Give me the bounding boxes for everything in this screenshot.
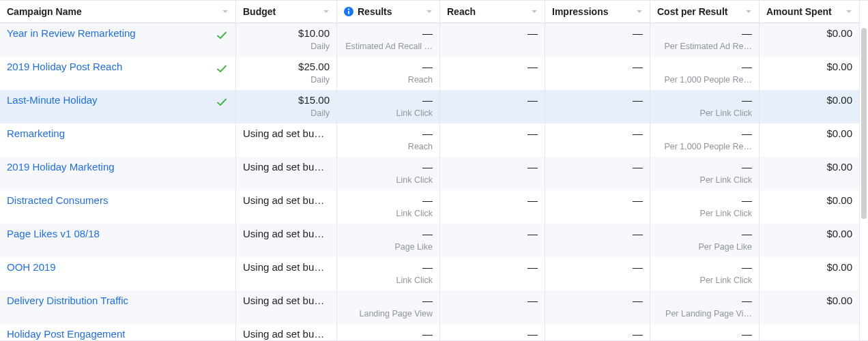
amount-spent-cell: $0.00 [760, 157, 860, 190]
campaign-name-link[interactable]: Last-Minute Holiday [7, 94, 98, 106]
campaign-name-link[interactable]: Remarketing [7, 128, 65, 139]
sort-icon[interactable] [323, 8, 330, 15]
status-check-icon [215, 128, 229, 130]
amount-spent-cell: $0.00 [760, 23, 860, 57]
campaign-name-link[interactable]: Holiday Post Engagement [7, 328, 125, 340]
sort-icon[interactable] [845, 8, 852, 15]
column-header-label: Impressions [552, 6, 608, 17]
amount-spent-value: $0.00 [766, 194, 852, 207]
column-header-reach[interactable]: Reach [440, 1, 545, 23]
vertical-scrollbar[interactable] [861, 28, 867, 219]
table-row[interactable]: OOH 2019 [0, 257, 236, 291]
table-row[interactable]: 2019 Holiday Marketing [0, 157, 236, 190]
impressions-cell: — [545, 23, 650, 57]
amount-spent-cell: $0.00 [760, 190, 860, 224]
reach-cell: — [440, 57, 545, 90]
reach-value: — [447, 261, 538, 273]
campaign-name-link[interactable]: Year in Review Remarketing [7, 27, 136, 39]
campaign-name-link[interactable]: 2019 Holiday Marketing [7, 161, 115, 173]
campaign-name-link[interactable]: OOH 2019 [7, 261, 56, 273]
cpr-subtext: Per Page Like [657, 241, 752, 252]
cpr-value: — [657, 94, 752, 106]
reach-cell: — [440, 224, 545, 257]
column-header-spent[interactable]: Amount Spent [760, 1, 860, 23]
cpr-subtext: Per Link Click [657, 275, 752, 286]
budget-cell: Using ad set bu… [236, 257, 337, 291]
results-cell: —Link Click [337, 257, 440, 291]
results-cell: —Landing Page View [337, 291, 440, 324]
info-icon[interactable] [344, 7, 353, 16]
cpr-value: — [657, 61, 752, 73]
sort-icon[interactable] [222, 8, 229, 15]
sort-icon[interactable] [745, 8, 752, 15]
results-subtext: Landing Page View [344, 308, 433, 319]
campaign-name-link[interactable]: Distracted Consumers [7, 194, 108, 206]
budget-subtext: Daily [243, 74, 330, 85]
amount-spent-cell: $0.00 [760, 90, 860, 123]
svg-point-2 [348, 9, 349, 10]
budget-value: Using ad set bu… [243, 295, 330, 307]
results-subtext: Reach [344, 74, 433, 85]
results-cell: —Reach [337, 57, 440, 90]
column-header-label: Cost per Result [657, 6, 727, 17]
amount-spent-value: $0.00 [766, 61, 852, 73]
table-row[interactable]: Last-Minute Holiday [0, 90, 236, 123]
reach-value: — [447, 27, 538, 40]
reach-cell: — [440, 23, 545, 57]
campaigns-table: Campaign NameBudgetResultsReachImpressio… [0, 1, 860, 341]
cpr-subtext: Per Estimated Ad Re… [657, 41, 752, 52]
amount-spent-value: $0.00 [766, 128, 852, 140]
table-row[interactable]: Holiday Post Engagement [0, 324, 236, 341]
column-header-label: Reach [447, 6, 476, 17]
cpr-value: — [657, 295, 752, 307]
results-subtext: Reach [344, 141, 433, 152]
column-header-results[interactable]: Results [337, 1, 440, 23]
results-value: — [344, 61, 433, 73]
amount-spent-cell: $0.00 [760, 123, 860, 157]
amount-spent-cell: $0.00 [760, 224, 860, 257]
budget-subtext: Daily [243, 41, 330, 52]
table-row[interactable]: Distracted Consumers [0, 190, 236, 224]
column-header-cpr[interactable]: Cost per Result [650, 1, 760, 23]
reach-value: — [447, 61, 538, 73]
sort-icon[interactable] [636, 8, 643, 15]
budget-cell: Using ad set bu… [236, 291, 337, 324]
cpr-value: — [657, 27, 752, 40]
reach-value: — [447, 194, 538, 207]
amount-spent-value: $0.00 [766, 295, 852, 307]
impressions-value: — [552, 94, 643, 106]
impressions-value: — [552, 27, 643, 40]
status-check-icon [215, 328, 229, 331]
reach-value: — [447, 161, 538, 173]
table-row[interactable]: Year in Review Remarketing [0, 23, 236, 57]
sort-icon[interactable] [426, 8, 433, 15]
status-check-icon [215, 295, 229, 297]
column-header-budget[interactable]: Budget [236, 1, 337, 23]
cost-per-result-cell: —Per Link Click [650, 190, 760, 224]
reach-cell: — [440, 324, 545, 341]
table-row[interactable]: Remarketing [0, 123, 236, 157]
impressions-cell: — [545, 157, 650, 190]
status-check-icon [215, 61, 229, 74]
sort-icon[interactable] [531, 8, 538, 15]
amount-spent-value: $0.00 [766, 261, 852, 273]
column-header-impressions[interactable]: Impressions [545, 1, 650, 23]
results-value: — [344, 228, 433, 240]
cpr-value: — [657, 261, 752, 273]
impressions-cell: — [545, 90, 650, 123]
cpr-subtext: Per 1,000 People Re… [657, 74, 752, 85]
campaign-name-link[interactable]: Page Likes v1 08/18 [7, 228, 100, 239]
table-row[interactable]: 2019 Holiday Post Reach [0, 57, 236, 90]
table-row[interactable]: Delivery Distribution Traffic [0, 291, 236, 324]
campaign-name-link[interactable]: Delivery Distribution Traffic [7, 295, 128, 306]
table-row[interactable]: Page Likes v1 08/18 [0, 224, 236, 257]
results-cell: —Link Click [337, 190, 440, 224]
results-cell: —Reach [337, 123, 440, 157]
results-subtext: Link Click [344, 175, 433, 186]
column-header-campaign[interactable]: Campaign Name [0, 1, 236, 23]
column-header-label: Budget [243, 6, 276, 17]
column-header-label: Campaign Name [7, 6, 82, 17]
reach-cell: — [440, 157, 545, 190]
campaign-name-link[interactable]: 2019 Holiday Post Reach [7, 61, 122, 72]
results-cell: —Page Like [337, 224, 440, 257]
